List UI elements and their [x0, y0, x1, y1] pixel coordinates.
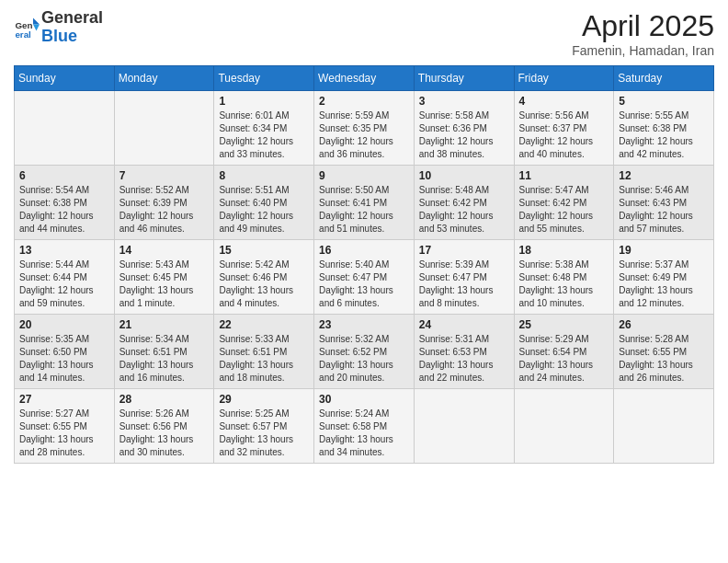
day-info: Sunrise: 5:51 AM Sunset: 6:40 PM Dayligh…	[219, 184, 309, 236]
day-number: 11	[519, 169, 609, 182]
logo-text: General Blue	[41, 9, 103, 46]
calendar-cell: 28Sunrise: 5:26 AM Sunset: 6:56 PM Dayli…	[114, 389, 214, 464]
day-info: Sunrise: 5:40 AM Sunset: 6:47 PM Dayligh…	[319, 259, 409, 310]
day-number: 29	[219, 393, 309, 406]
day-number: 8	[219, 169, 309, 182]
calendar-cell: 18Sunrise: 5:38 AM Sunset: 6:48 PM Dayli…	[514, 240, 614, 315]
calendar-cell: 9Sunrise: 5:50 AM Sunset: 6:41 PM Daylig…	[314, 166, 415, 240]
logo-icon: Gen eral	[14, 15, 40, 40]
calendar-cell: 25Sunrise: 5:29 AM Sunset: 6:54 PM Dayli…	[514, 315, 614, 389]
day-info: Sunrise: 5:37 AM Sunset: 6:49 PM Dayligh…	[619, 259, 709, 310]
day-number: 3	[419, 95, 509, 108]
calendar-cell: 12Sunrise: 5:46 AM Sunset: 6:43 PM Dayli…	[614, 166, 714, 240]
calendar-cell: 11Sunrise: 5:47 AM Sunset: 6:42 PM Dayli…	[514, 166, 614, 240]
day-info: Sunrise: 5:55 AM Sunset: 6:38 PM Dayligh…	[619, 109, 709, 161]
weekday-thursday: Thursday	[414, 66, 514, 91]
day-info: Sunrise: 6:01 AM Sunset: 6:34 PM Dayligh…	[219, 109, 309, 161]
calendar-cell: 20Sunrise: 5:35 AM Sunset: 6:50 PM Dayli…	[15, 315, 115, 389]
calendar-cell: 17Sunrise: 5:39 AM Sunset: 6:47 PM Dayli…	[414, 240, 514, 315]
svg-marker-3	[33, 24, 40, 30]
logo-blue: Blue	[41, 27, 77, 45]
weekday-header-row: SundayMondayTuesdayWednesdayThursdayFrid…	[15, 66, 714, 91]
day-number: 2	[319, 95, 409, 108]
day-number: 19	[619, 244, 709, 257]
day-number: 30	[319, 393, 409, 406]
day-number: 16	[319, 244, 409, 257]
calendar-cell: 29Sunrise: 5:25 AM Sunset: 6:57 PM Dayli…	[214, 389, 314, 464]
calendar-cell: 3Sunrise: 5:58 AM Sunset: 6:36 PM Daylig…	[414, 91, 514, 166]
day-number: 15	[219, 244, 309, 257]
week-row-5: 27Sunrise: 5:27 AM Sunset: 6:55 PM Dayli…	[15, 389, 714, 464]
day-number: 12	[619, 169, 709, 182]
calendar-title: April 2025	[572, 9, 714, 43]
weekday-monday: Monday	[114, 66, 214, 91]
calendar-cell: 1Sunrise: 6:01 AM Sunset: 6:34 PM Daylig…	[214, 91, 314, 166]
week-row-2: 6Sunrise: 5:54 AM Sunset: 6:38 PM Daylig…	[15, 166, 714, 240]
calendar-cell: 19Sunrise: 5:37 AM Sunset: 6:49 PM Dayli…	[614, 240, 714, 315]
calendar-cell	[614, 389, 714, 464]
calendar-cell: 27Sunrise: 5:27 AM Sunset: 6:55 PM Dayli…	[15, 389, 115, 464]
day-number: 6	[19, 169, 109, 182]
logo-general: General	[41, 8, 103, 27]
calendar-cell: 10Sunrise: 5:48 AM Sunset: 6:42 PM Dayli…	[414, 166, 514, 240]
calendar-cell	[15, 91, 115, 166]
day-info: Sunrise: 5:35 AM Sunset: 6:50 PM Dayligh…	[19, 333, 109, 385]
calendar-cell: 22Sunrise: 5:33 AM Sunset: 6:51 PM Dayli…	[214, 315, 314, 389]
calendar-cell	[414, 389, 514, 464]
day-info: Sunrise: 5:58 AM Sunset: 6:36 PM Dayligh…	[419, 109, 509, 161]
day-number: 27	[19, 393, 109, 406]
day-info: Sunrise: 5:34 AM Sunset: 6:51 PM Dayligh…	[119, 333, 210, 385]
calendar-cell: 16Sunrise: 5:40 AM Sunset: 6:47 PM Dayli…	[314, 240, 415, 315]
day-number: 1	[219, 95, 309, 108]
day-number: 4	[519, 95, 609, 108]
day-info: Sunrise: 5:39 AM Sunset: 6:47 PM Dayligh…	[419, 259, 509, 310]
calendar-cell: 6Sunrise: 5:54 AM Sunset: 6:38 PM Daylig…	[15, 166, 115, 240]
day-info: Sunrise: 5:59 AM Sunset: 6:35 PM Dayligh…	[319, 109, 409, 161]
day-number: 10	[419, 169, 509, 182]
week-row-3: 13Sunrise: 5:44 AM Sunset: 6:44 PM Dayli…	[15, 240, 714, 315]
day-number: 23	[319, 318, 409, 331]
day-info: Sunrise: 5:24 AM Sunset: 6:58 PM Dayligh…	[319, 408, 409, 459]
day-number: 5	[619, 95, 709, 108]
day-number: 18	[519, 244, 609, 257]
calendar-cell	[514, 389, 614, 464]
calendar-cell: 8Sunrise: 5:51 AM Sunset: 6:40 PM Daylig…	[214, 166, 314, 240]
day-number: 13	[19, 244, 109, 257]
day-number: 22	[219, 318, 309, 331]
day-info: Sunrise: 5:46 AM Sunset: 6:43 PM Dayligh…	[619, 184, 709, 236]
day-info: Sunrise: 5:56 AM Sunset: 6:37 PM Dayligh…	[519, 109, 609, 161]
day-info: Sunrise: 5:28 AM Sunset: 6:55 PM Dayligh…	[619, 333, 709, 385]
calendar-cell: 4Sunrise: 5:56 AM Sunset: 6:37 PM Daylig…	[514, 91, 614, 166]
calendar-cell: 30Sunrise: 5:24 AM Sunset: 6:58 PM Dayli…	[314, 389, 415, 464]
header: Gen eral General Blue April 2025 Famenin…	[14, 9, 714, 58]
day-number: 17	[419, 244, 509, 257]
day-info: Sunrise: 5:43 AM Sunset: 6:45 PM Dayligh…	[119, 259, 210, 310]
day-info: Sunrise: 5:25 AM Sunset: 6:57 PM Dayligh…	[219, 408, 309, 459]
day-info: Sunrise: 5:50 AM Sunset: 6:41 PM Dayligh…	[319, 184, 409, 236]
week-row-4: 20Sunrise: 5:35 AM Sunset: 6:50 PM Dayli…	[15, 315, 714, 389]
day-info: Sunrise: 5:31 AM Sunset: 6:53 PM Dayligh…	[419, 333, 509, 385]
day-info: Sunrise: 5:33 AM Sunset: 6:51 PM Dayligh…	[219, 333, 309, 385]
day-info: Sunrise: 5:32 AM Sunset: 6:52 PM Dayligh…	[319, 333, 409, 385]
day-number: 20	[19, 318, 109, 331]
day-info: Sunrise: 5:54 AM Sunset: 6:38 PM Dayligh…	[19, 184, 109, 236]
calendar-cell: 23Sunrise: 5:32 AM Sunset: 6:52 PM Dayli…	[314, 315, 415, 389]
day-info: Sunrise: 5:47 AM Sunset: 6:42 PM Dayligh…	[519, 184, 609, 236]
calendar-cell	[114, 91, 214, 166]
logo: Gen eral General Blue	[14, 9, 103, 46]
weekday-saturday: Saturday	[614, 66, 714, 91]
day-info: Sunrise: 5:26 AM Sunset: 6:56 PM Dayligh…	[119, 408, 210, 459]
day-info: Sunrise: 5:42 AM Sunset: 6:46 PM Dayligh…	[219, 259, 309, 310]
calendar-cell: 5Sunrise: 5:55 AM Sunset: 6:38 PM Daylig…	[614, 91, 714, 166]
calendar-cell: 7Sunrise: 5:52 AM Sunset: 6:39 PM Daylig…	[114, 166, 214, 240]
day-number: 24	[419, 318, 509, 331]
weekday-friday: Friday	[514, 66, 614, 91]
day-number: 14	[119, 244, 210, 257]
weekday-tuesday: Tuesday	[214, 66, 314, 91]
weekday-wednesday: Wednesday	[314, 66, 415, 91]
calendar-cell: 2Sunrise: 5:59 AM Sunset: 6:35 PM Daylig…	[314, 91, 415, 166]
day-number: 7	[119, 169, 210, 182]
calendar-cell: 24Sunrise: 5:31 AM Sunset: 6:53 PM Dayli…	[414, 315, 514, 389]
calendar-cell: 26Sunrise: 5:28 AM Sunset: 6:55 PM Dayli…	[614, 315, 714, 389]
day-number: 25	[519, 318, 609, 331]
